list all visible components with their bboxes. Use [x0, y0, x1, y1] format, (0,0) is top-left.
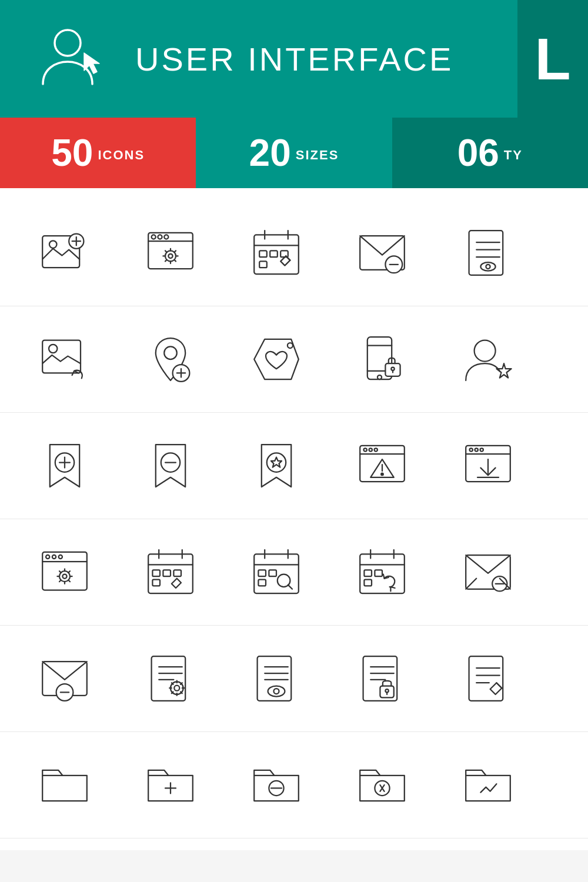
svg-rect-104	[258, 570, 266, 576]
svg-point-141	[274, 689, 279, 694]
svg-rect-97	[163, 570, 171, 576]
icons-row-4	[0, 519, 588, 626]
icon-add-image	[12, 206, 118, 300]
icon-email-minus3	[12, 632, 118, 726]
stat-sizes-label: SIZES	[296, 143, 339, 163]
svg-point-49	[377, 375, 382, 379]
icon-folder3	[223, 738, 329, 832]
icon-folder2	[118, 738, 223, 832]
stat-sizes-number: 20	[249, 134, 291, 172]
svg-rect-26	[270, 250, 278, 257]
svg-rect-113	[364, 570, 372, 576]
svg-point-127	[174, 686, 179, 691]
svg-point-81	[59, 555, 62, 559]
icon-folder4	[329, 738, 435, 832]
stat-types-number: 06	[457, 134, 499, 172]
svg-point-41	[164, 346, 177, 359]
icon-calendar-search	[223, 525, 329, 619]
icon-calendar-refresh	[329, 525, 435, 619]
svg-point-60	[267, 453, 286, 472]
stat-types-label: TY	[504, 143, 523, 163]
svg-line-88	[59, 571, 61, 573]
svg-line-90	[68, 571, 70, 573]
svg-point-9	[158, 235, 162, 239]
svg-point-10	[164, 235, 168, 239]
stat-types: 06 TY	[392, 118, 588, 188]
icon-folder5	[435, 738, 541, 832]
svg-line-19	[174, 250, 176, 252]
icons-container	[0, 188, 588, 850]
svg-line-20	[165, 260, 167, 262]
svg-line-17	[165, 250, 167, 252]
svg-rect-115	[364, 580, 372, 586]
svg-point-73	[475, 448, 478, 451]
svg-rect-106	[258, 580, 266, 586]
icon-document-edit	[435, 632, 541, 726]
svg-rect-28	[259, 261, 267, 268]
icon-phone-lock	[329, 312, 435, 406]
icon-bookmark-minus	[118, 419, 223, 513]
svg-rect-114	[375, 570, 382, 576]
icon-browser-download	[435, 419, 541, 513]
icon-document-view2	[223, 632, 329, 726]
svg-point-0	[55, 30, 81, 56]
icon-email-minus2	[435, 525, 541, 619]
svg-line-89	[68, 580, 70, 582]
stat-icons-number: 50	[51, 134, 93, 172]
stat-icons-label: ICONS	[98, 143, 145, 163]
svg-point-140	[268, 686, 285, 697]
svg-point-37	[480, 262, 495, 270]
icon-location-add	[118, 312, 223, 406]
svg-point-69	[381, 473, 383, 476]
svg-point-79	[46, 555, 49, 559]
icon-folder1	[12, 738, 118, 832]
header-title: USER INTERFACE	[118, 40, 453, 78]
icon-browser-warning	[329, 419, 435, 513]
svg-rect-136	[258, 656, 292, 701]
icon-bookmark-star	[223, 419, 329, 513]
svg-rect-96	[152, 570, 160, 576]
icon-bookmark-add	[12, 419, 118, 513]
svg-point-65	[369, 448, 372, 451]
icon-document-view	[435, 206, 541, 300]
header-right-letter: L	[517, 0, 588, 118]
svg-point-2	[49, 240, 57, 248]
icon-calendar-edit2	[118, 525, 223, 619]
icon-document-lock	[329, 632, 435, 726]
svg-point-66	[375, 448, 377, 451]
icon-document-settings	[118, 632, 223, 726]
svg-line-108	[288, 585, 292, 589]
stat-icons: 50 ICONS	[0, 118, 196, 188]
svg-point-45	[288, 343, 293, 348]
icon-email-minus	[329, 206, 435, 300]
svg-point-74	[480, 448, 483, 451]
icon-browser-settings	[118, 206, 223, 300]
icons-row-1	[0, 200, 588, 306]
stat-sizes: 20 SIZES	[196, 118, 392, 188]
icon-user-star	[435, 312, 541, 406]
svg-line-153	[496, 683, 502, 688]
icons-row-2	[0, 306, 588, 413]
icon-browser-gear	[12, 525, 118, 619]
svg-point-8	[152, 235, 156, 239]
svg-rect-149	[469, 656, 503, 701]
svg-rect-39	[42, 340, 81, 373]
svg-rect-98	[173, 570, 181, 576]
header-icon	[24, 12, 118, 106]
icons-row-3	[0, 413, 588, 519]
stats-bar: 50 ICONS 20 SIZES 06 TY	[0, 118, 588, 188]
svg-line-91	[59, 580, 61, 582]
svg-rect-25	[259, 250, 267, 257]
svg-marker-54	[496, 363, 511, 377]
svg-point-80	[52, 555, 56, 559]
svg-line-18	[174, 260, 176, 262]
icon-tag-heart	[223, 312, 329, 406]
icons-row-5	[0, 626, 588, 732]
icon-calendar-edit	[223, 206, 329, 300]
svg-rect-105	[269, 570, 276, 576]
svg-point-64	[364, 448, 367, 451]
svg-rect-99	[152, 580, 160, 586]
svg-point-40	[49, 345, 57, 353]
icons-row-6	[0, 732, 588, 838]
header: USER INTERFACE L	[0, 0, 588, 118]
